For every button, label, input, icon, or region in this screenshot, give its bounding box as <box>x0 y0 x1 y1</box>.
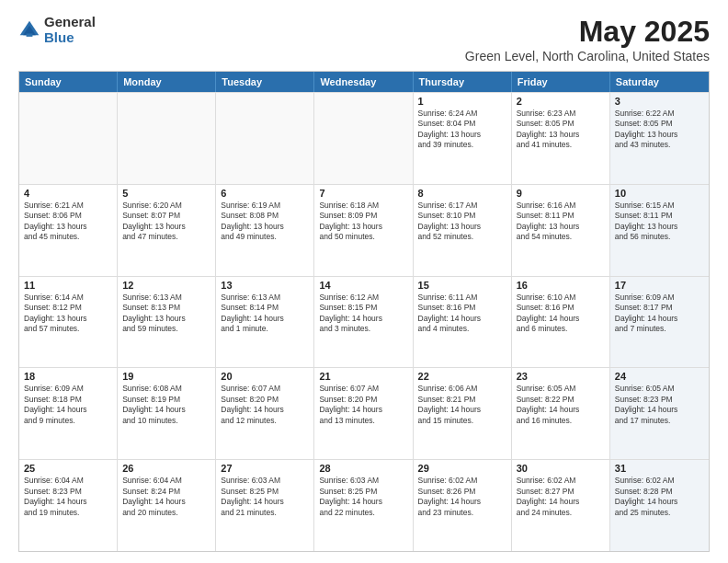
cell-info: Sunrise: 6:17 AM Sunset: 8:10 PM Dayligh… <box>418 201 506 243</box>
header-day-saturday: Saturday <box>610 72 709 92</box>
calendar-cell-22: 22Sunrise: 6:06 AM Sunset: 8:21 PM Dayli… <box>414 368 512 459</box>
cell-info: Sunrise: 6:22 AM Sunset: 8:05 PM Dayligh… <box>615 109 704 151</box>
day-number: 21 <box>319 371 407 382</box>
day-number: 9 <box>517 188 605 199</box>
logo-general-text: General <box>44 15 96 30</box>
day-number: 24 <box>615 371 704 382</box>
calendar-cell-25: 25Sunrise: 6:04 AM Sunset: 8:23 PM Dayli… <box>19 460 118 551</box>
day-number: 2 <box>517 96 605 107</box>
calendar-row-2: 4Sunrise: 6:21 AM Sunset: 8:06 PM Daylig… <box>19 184 709 276</box>
page: General Blue May 2025 Green Level, North… <box>0 0 728 563</box>
header-day-friday: Friday <box>512 72 610 92</box>
cell-info: Sunrise: 6:04 AM Sunset: 8:24 PM Dayligh… <box>122 476 210 518</box>
calendar-cell-3: 3Sunrise: 6:22 AM Sunset: 8:05 PM Daylig… <box>610 93 709 184</box>
header: General Blue May 2025 Green Level, North… <box>18 15 710 63</box>
calendar-cell-19: 19Sunrise: 6:08 AM Sunset: 8:19 PM Dayli… <box>118 368 216 459</box>
calendar: SundayMondayTuesdayWednesdayThursdayFrid… <box>18 71 710 552</box>
cell-info: Sunrise: 6:02 AM Sunset: 8:26 PM Dayligh… <box>418 476 506 518</box>
calendar-row-4: 18Sunrise: 6:09 AM Sunset: 8:18 PM Dayli… <box>19 367 709 459</box>
day-number: 3 <box>615 96 704 107</box>
day-number: 26 <box>122 463 210 474</box>
calendar-cell-28: 28Sunrise: 6:03 AM Sunset: 8:25 PM Dayli… <box>314 460 413 551</box>
day-number: 30 <box>517 463 605 474</box>
calendar-cell-empty-0-3 <box>314 93 413 184</box>
day-number: 23 <box>517 371 605 382</box>
day-number: 6 <box>221 188 309 199</box>
calendar-cell-4: 4Sunrise: 6:21 AM Sunset: 8:06 PM Daylig… <box>19 185 118 276</box>
cell-info: Sunrise: 6:05 AM Sunset: 8:22 PM Dayligh… <box>517 384 605 426</box>
calendar-cell-7: 7Sunrise: 6:18 AM Sunset: 8:09 PM Daylig… <box>314 185 413 276</box>
header-day-tuesday: Tuesday <box>216 72 314 92</box>
calendar-row-5: 25Sunrise: 6:04 AM Sunset: 8:23 PM Dayli… <box>19 459 709 551</box>
calendar-cell-27: 27Sunrise: 6:03 AM Sunset: 8:25 PM Dayli… <box>216 460 314 551</box>
day-number: 5 <box>122 188 210 199</box>
calendar-cell-21: 21Sunrise: 6:07 AM Sunset: 8:20 PM Dayli… <box>314 368 413 459</box>
calendar-cell-5: 5Sunrise: 6:20 AM Sunset: 8:07 PM Daylig… <box>118 185 216 276</box>
cell-info: Sunrise: 6:02 AM Sunset: 8:27 PM Dayligh… <box>517 476 605 518</box>
cell-info: Sunrise: 6:16 AM Sunset: 8:11 PM Dayligh… <box>517 201 605 243</box>
calendar-cell-2: 2Sunrise: 6:23 AM Sunset: 8:05 PM Daylig… <box>512 93 610 184</box>
day-number: 13 <box>221 280 309 291</box>
calendar-body: 1Sunrise: 6:24 AM Sunset: 8:04 PM Daylig… <box>19 92 709 551</box>
day-number: 25 <box>24 463 112 474</box>
day-number: 10 <box>615 188 704 199</box>
day-number: 20 <box>221 371 309 382</box>
header-day-thursday: Thursday <box>414 72 512 92</box>
calendar-cell-10: 10Sunrise: 6:15 AM Sunset: 8:11 PM Dayli… <box>610 185 709 276</box>
calendar-cell-16: 16Sunrise: 6:10 AM Sunset: 8:16 PM Dayli… <box>512 277 610 368</box>
main-title: May 2025 <box>465 15 710 49</box>
calendar-cell-empty-0-1 <box>118 93 216 184</box>
cell-info: Sunrise: 6:03 AM Sunset: 8:25 PM Dayligh… <box>319 476 407 518</box>
day-number: 11 <box>24 280 112 291</box>
calendar-cell-18: 18Sunrise: 6:09 AM Sunset: 8:18 PM Dayli… <box>19 368 118 459</box>
subtitle: Green Level, North Carolina, United Stat… <box>465 49 710 63</box>
cell-info: Sunrise: 6:09 AM Sunset: 8:18 PM Dayligh… <box>24 384 112 426</box>
title-block: May 2025 Green Level, North Carolina, Un… <box>465 15 710 63</box>
calendar-cell-empty-0-0 <box>19 93 118 184</box>
calendar-cell-15: 15Sunrise: 6:11 AM Sunset: 8:16 PM Dayli… <box>414 277 512 368</box>
day-number: 17 <box>615 280 704 291</box>
cell-info: Sunrise: 6:07 AM Sunset: 8:20 PM Dayligh… <box>319 384 407 426</box>
cell-info: Sunrise: 6:02 AM Sunset: 8:28 PM Dayligh… <box>615 476 704 518</box>
calendar-cell-20: 20Sunrise: 6:07 AM Sunset: 8:20 PM Dayli… <box>216 368 314 459</box>
calendar-cell-24: 24Sunrise: 6:05 AM Sunset: 8:23 PM Dayli… <box>610 368 709 459</box>
calendar-row-3: 11Sunrise: 6:14 AM Sunset: 8:12 PM Dayli… <box>19 276 709 368</box>
calendar-cell-31: 31Sunrise: 6:02 AM Sunset: 8:28 PM Dayli… <box>610 460 709 551</box>
calendar-cell-30: 30Sunrise: 6:02 AM Sunset: 8:27 PM Dayli… <box>512 460 610 551</box>
day-number: 7 <box>319 188 407 199</box>
calendar-cell-14: 14Sunrise: 6:12 AM Sunset: 8:15 PM Dayli… <box>314 277 413 368</box>
calendar-cell-26: 26Sunrise: 6:04 AM Sunset: 8:24 PM Dayli… <box>118 460 216 551</box>
day-number: 1 <box>418 96 506 107</box>
cell-info: Sunrise: 6:09 AM Sunset: 8:17 PM Dayligh… <box>615 293 704 335</box>
logo-blue-text: Blue <box>44 30 96 46</box>
cell-info: Sunrise: 6:18 AM Sunset: 8:09 PM Dayligh… <box>319 201 407 243</box>
cell-info: Sunrise: 6:10 AM Sunset: 8:16 PM Dayligh… <box>517 293 605 335</box>
calendar-cell-13: 13Sunrise: 6:13 AM Sunset: 8:14 PM Dayli… <box>216 277 314 368</box>
logo: General Blue <box>18 15 96 45</box>
day-number: 27 <box>221 463 309 474</box>
header-day-sunday: Sunday <box>19 72 118 92</box>
day-number: 12 <box>122 280 210 291</box>
day-number: 4 <box>24 188 112 199</box>
cell-info: Sunrise: 6:06 AM Sunset: 8:21 PM Dayligh… <box>418 384 506 426</box>
day-number: 8 <box>418 188 506 199</box>
header-day-wednesday: Wednesday <box>314 72 413 92</box>
cell-info: Sunrise: 6:07 AM Sunset: 8:20 PM Dayligh… <box>221 384 309 426</box>
calendar-cell-23: 23Sunrise: 6:05 AM Sunset: 8:22 PM Dayli… <box>512 368 610 459</box>
cell-info: Sunrise: 6:03 AM Sunset: 8:25 PM Dayligh… <box>221 476 309 518</box>
cell-info: Sunrise: 6:04 AM Sunset: 8:23 PM Dayligh… <box>24 476 112 518</box>
day-number: 22 <box>418 371 506 382</box>
day-number: 14 <box>319 280 407 291</box>
day-number: 31 <box>615 463 704 474</box>
cell-info: Sunrise: 6:05 AM Sunset: 8:23 PM Dayligh… <box>615 384 704 426</box>
cell-info: Sunrise: 6:13 AM Sunset: 8:14 PM Dayligh… <box>221 293 309 335</box>
cell-info: Sunrise: 6:23 AM Sunset: 8:05 PM Dayligh… <box>517 109 605 151</box>
calendar-cell-12: 12Sunrise: 6:13 AM Sunset: 8:13 PM Dayli… <box>118 277 216 368</box>
cell-info: Sunrise: 6:19 AM Sunset: 8:08 PM Dayligh… <box>221 201 309 243</box>
cell-info: Sunrise: 6:15 AM Sunset: 8:11 PM Dayligh… <box>615 201 704 243</box>
cell-info: Sunrise: 6:14 AM Sunset: 8:12 PM Dayligh… <box>24 293 112 335</box>
cell-info: Sunrise: 6:08 AM Sunset: 8:19 PM Dayligh… <box>122 384 210 426</box>
cell-info: Sunrise: 6:13 AM Sunset: 8:13 PM Dayligh… <box>122 293 210 335</box>
calendar-cell-11: 11Sunrise: 6:14 AM Sunset: 8:12 PM Dayli… <box>19 277 118 368</box>
day-number: 16 <box>517 280 605 291</box>
